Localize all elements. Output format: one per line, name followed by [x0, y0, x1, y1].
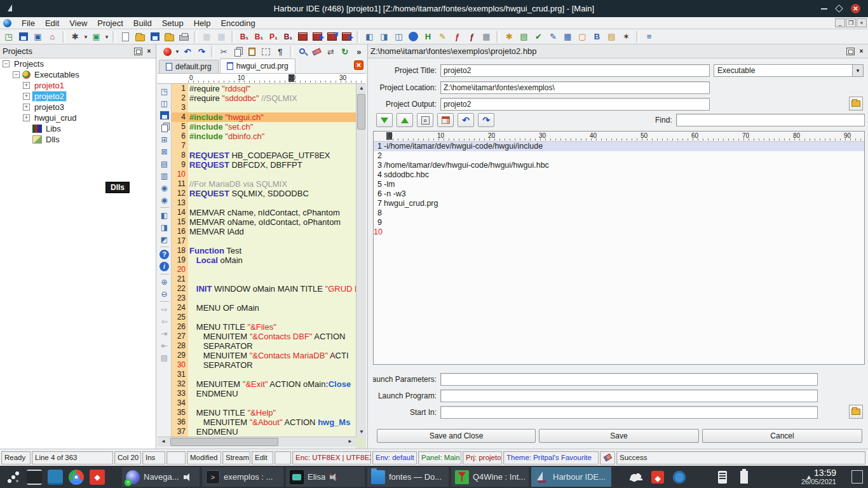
copy-icon[interactable] [231, 45, 244, 58]
tree-item-projects[interactable]: −Projects [0, 58, 156, 69]
zoom-window-alt-icon[interactable]: ◉ [159, 194, 170, 205]
task-konsole[interactable]: exemplos : ... [202, 467, 283, 487]
show-desktop-icon[interactable]: ▣ [31, 30, 44, 43]
pane-left-icon[interactable]: ◧ [159, 210, 170, 220]
delete-line-icon[interactable] [437, 113, 454, 127]
redo-icon[interactable]: ↷ [195, 45, 208, 58]
theme-caret-icon[interactable]: ▾ [104, 34, 110, 40]
clipboard-icon[interactable] [718, 471, 727, 484]
console-panel-icon[interactable]: ≡ [642, 30, 656, 43]
go-first-icon[interactable]: ⇤ [159, 340, 170, 351]
red-diamond-icon[interactable] [651, 471, 664, 484]
highlight-eraser-icon[interactable] [310, 45, 323, 58]
scroll-down-arrow[interactable]: ▼ [357, 428, 366, 437]
menu-file[interactable]: File [17, 18, 40, 28]
menu-build[interactable]: Build [128, 18, 157, 28]
plus-expander-icon[interactable]: + [23, 93, 30, 100]
db-view-icon[interactable]: ▦ [215, 30, 228, 43]
db-table-icon[interactable]: ▦ [561, 30, 574, 43]
app-launcher-icon[interactable] [6, 470, 21, 485]
mdi-restore-button[interactable]: ❒ [846, 18, 856, 27]
view-cascade-icon[interactable]: ⊠ [159, 146, 170, 157]
window-close-button[interactable]: ✕ [851, 4, 860, 13]
task-harbour[interactable]: Harbour IDE... [531, 467, 611, 487]
minus-expander-icon[interactable]: − [3, 60, 10, 67]
pane-mixed-icon[interactable]: ◩ [159, 234, 170, 245]
hbp-editor[interactable]: 0102030405060708090 1-i/home/itamar/dev/… [373, 131, 865, 365]
format-marks-icon[interactable]: ¶ [274, 45, 287, 58]
project-title-input[interactable]: projeto2 [440, 64, 710, 77]
go-next-icon[interactable]: ⇨ [159, 304, 170, 315]
task-dolphin[interactable]: fontes — Do... [367, 467, 449, 487]
save-icon[interactable] [159, 110, 170, 121]
tree-item-executables[interactable]: −Executables [0, 69, 156, 80]
undo-icon[interactable]: ↶ [181, 45, 194, 58]
view-rows-icon[interactable]: ▤ [159, 158, 170, 169]
plus-expander-icon[interactable]: + [23, 82, 30, 89]
hbp-float-button[interactable] [846, 48, 855, 55]
tree-item-projeto3[interactable]: +projeto3 [0, 102, 156, 112]
edit-source-icon[interactable]: ✎ [436, 30, 449, 43]
dialog-window-icon[interactable]: ▢ [576, 30, 589, 43]
syntax-check-icon[interactable]: ✔ [532, 30, 545, 43]
clock[interactable]: 13:59 26/05/2021 [801, 466, 836, 488]
task-navegador[interactable]: Navega... [122, 467, 200, 487]
scroll-right-arrow[interactable]: ► [346, 437, 355, 446]
window-split-icon[interactable]: ◫ [159, 98, 170, 109]
mdi-close-button[interactable]: × [857, 18, 867, 27]
scroll-left-arrow[interactable]: ◄ [159, 437, 168, 446]
print-icon[interactable] [177, 30, 191, 43]
editor-horizontal-scrollbar[interactable]: ◄ ► [158, 437, 356, 447]
open-project-icon[interactable] [163, 30, 176, 43]
plus-expander-icon[interactable]: + [23, 104, 30, 111]
tree-item-projeto2[interactable]: +projeto2 [0, 91, 156, 102]
media-play-icon[interactable] [695, 471, 707, 484]
build-launch-icon[interactable] [311, 30, 324, 43]
doc-note-icon[interactable]: ▤ [605, 30, 618, 43]
compile-exe-icon[interactable]: B₁ [281, 30, 295, 43]
find-icon[interactable] [296, 45, 309, 58]
save-layout-icon[interactable] [17, 30, 30, 43]
menu-view[interactable]: View [64, 18, 92, 28]
window-maximize-button[interactable] [835, 4, 843, 13]
insert-line-icon[interactable]: ¤ [417, 113, 433, 127]
preprocess-icon[interactable]: P₁ [267, 30, 280, 43]
editor-vertical-scrollbar[interactable]: ▲ ▼ [356, 84, 366, 437]
overflow-more-icon[interactable]: » [353, 45, 365, 58]
home-icon[interactable]: ⌂ [46, 30, 59, 43]
vertical-scroll-thumb[interactable] [357, 94, 365, 130]
panel-right-icon[interactable]: ◫ [392, 30, 405, 43]
red-diamond-icon[interactable] [90, 470, 105, 485]
help-icon[interactable] [407, 30, 420, 43]
rebuild-launch-icon[interactable] [340, 30, 353, 43]
functions-icon[interactable]: ƒ [451, 30, 464, 43]
panel-main-icon[interactable]: ◨ [377, 30, 391, 43]
usb-icon[interactable] [740, 471, 748, 484]
save-button[interactable]: Save [539, 429, 699, 443]
write-pen-icon[interactable]: ✎ [546, 30, 560, 43]
zoom-in-icon[interactable]: ⊕ [159, 276, 170, 287]
project-type-dropdown[interactable]: Executable ▼ [714, 64, 864, 77]
chrome-icon[interactable] [69, 470, 84, 485]
show-desktop-button[interactable] [851, 470, 863, 484]
scroll-up-arrow[interactable]: ▲ [357, 84, 366, 93]
mdi-minimize-button[interactable]: _ [835, 18, 845, 27]
task-elisa[interactable]: Elisa [286, 467, 365, 487]
debugger-icon[interactable]: ✶ [620, 30, 633, 43]
table-view-icon[interactable]: ▦ [200, 30, 214, 43]
theme-image-icon[interactable]: ▣ [90, 30, 103, 43]
task-q4wine[interactable]: Q4Wine : Int... [451, 467, 529, 487]
form-designer-icon[interactable]: ▦ [480, 30, 493, 43]
select-rect-icon[interactable] [260, 45, 273, 58]
rebuild-icon[interactable] [325, 30, 339, 43]
network-wifi-icon[interactable] [759, 471, 772, 484]
tools-icon[interactable]: ✱ [503, 30, 516, 43]
view-columns-icon[interactable]: ▥ [159, 170, 170, 181]
projects-close-button[interactable]: × [145, 48, 153, 55]
move-down-icon[interactable] [376, 113, 393, 127]
go-prev-icon[interactable]: ⇦ [159, 316, 170, 327]
undo-icon[interactable]: ↶ [458, 113, 474, 127]
zoom-out-icon[interactable]: ⊖ [159, 288, 170, 299]
horizontal-scroll-thumb[interactable] [170, 438, 278, 446]
browse-output-button[interactable] [849, 97, 863, 111]
